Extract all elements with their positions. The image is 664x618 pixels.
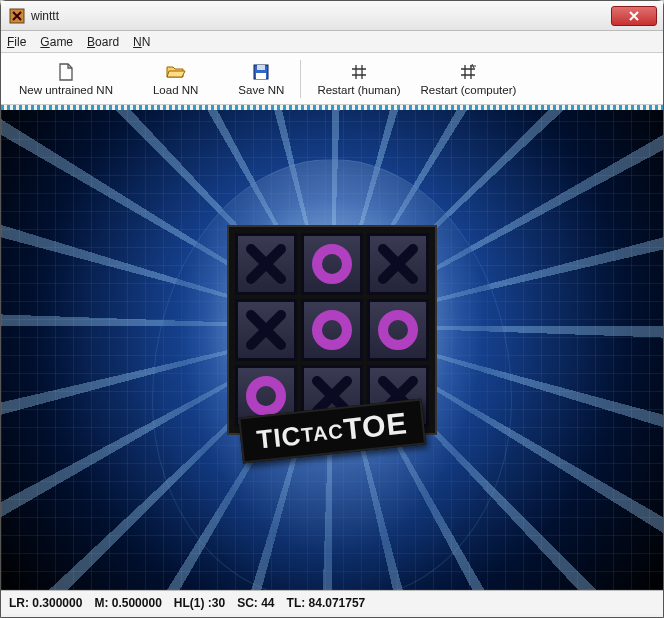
menu-game[interactable]: Game bbox=[40, 35, 73, 49]
logo-text: TICTACTOE bbox=[256, 422, 408, 452]
save-icon bbox=[253, 62, 269, 82]
cell-3[interactable] bbox=[235, 299, 297, 361]
svg-rect-3 bbox=[256, 73, 266, 79]
restart-computer-button[interactable]: Restart (computer) bbox=[410, 56, 526, 102]
new-nn-label: New untrained NN bbox=[19, 84, 113, 96]
status-bar: LR: 0.300000 M: 0.500000 HL(1) :30 SC: 4… bbox=[1, 590, 663, 614]
load-nn-label: Load NN bbox=[153, 84, 198, 96]
window-title: winttt bbox=[31, 9, 59, 23]
svg-point-6 bbox=[383, 315, 413, 345]
menu-bar: File Game Board NN bbox=[1, 31, 663, 53]
restart-human-label: Restart (human) bbox=[317, 84, 400, 96]
stat-tl: TL: 84.071757 bbox=[287, 596, 366, 610]
stat-sc: SC: 44 bbox=[237, 596, 274, 610]
cell-0[interactable] bbox=[235, 233, 297, 295]
new-file-icon bbox=[58, 62, 74, 82]
toolbar-separator bbox=[300, 60, 301, 98]
cell-5[interactable] bbox=[367, 299, 429, 361]
stat-m: M: 0.500000 bbox=[94, 596, 161, 610]
menu-file[interactable]: File bbox=[7, 35, 26, 49]
folder-open-icon bbox=[166, 62, 186, 82]
menu-nn[interactable]: NN bbox=[133, 35, 150, 49]
titlebar: winttt bbox=[1, 1, 663, 31]
svg-point-4 bbox=[317, 249, 347, 279]
cell-1[interactable] bbox=[301, 233, 363, 295]
app-window: winttt File Game Board NN New untrained … bbox=[0, 0, 664, 618]
close-icon bbox=[628, 10, 640, 22]
save-nn-label: Save NN bbox=[238, 84, 284, 96]
cell-4[interactable] bbox=[301, 299, 363, 361]
load-nn-button[interactable]: Load NN bbox=[143, 56, 208, 102]
restart-computer-label: Restart (computer) bbox=[420, 84, 516, 96]
svg-point-7 bbox=[251, 381, 281, 411]
grid-icon bbox=[351, 62, 367, 82]
restart-human-button[interactable]: Restart (human) bbox=[307, 56, 410, 102]
grid-spark-icon bbox=[460, 62, 476, 82]
svg-point-5 bbox=[317, 315, 347, 345]
stat-lr: LR: 0.300000 bbox=[9, 596, 82, 610]
stat-hl: HL(1) :30 bbox=[174, 596, 225, 610]
close-button[interactable] bbox=[611, 6, 657, 26]
new-untrained-nn-button[interactable]: New untrained NN bbox=[9, 56, 123, 102]
toolbar: New untrained NN Load NN Save NN Restart… bbox=[1, 53, 663, 105]
save-nn-button[interactable]: Save NN bbox=[228, 56, 294, 102]
game-canvas: TICTACTOE bbox=[1, 110, 663, 590]
cell-2[interactable] bbox=[367, 233, 429, 295]
menu-board[interactable]: Board bbox=[87, 35, 119, 49]
app-icon bbox=[9, 8, 25, 24]
svg-rect-2 bbox=[257, 65, 265, 70]
